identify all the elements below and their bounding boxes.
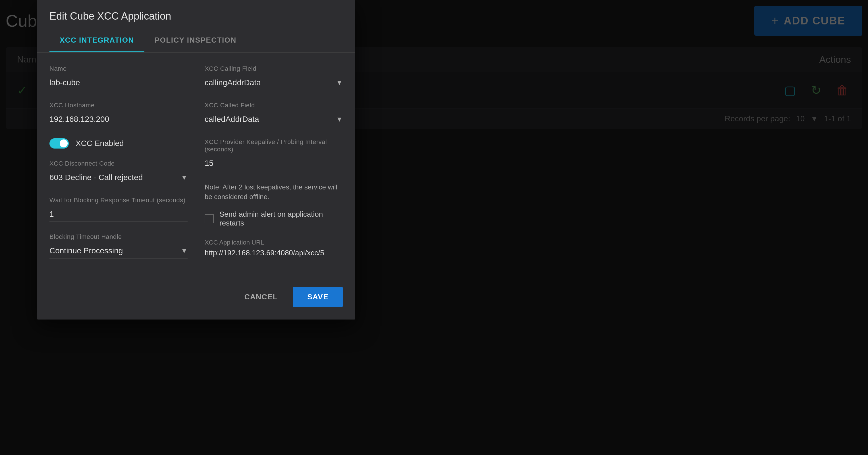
form-grid: Name XCC Hostname XCC Enabled: [50, 65, 343, 270]
edit-cube-modal: Edit Cube XCC Application XCC INTEGRATIO…: [37, 0, 355, 320]
blocking-timeout-value: Continue Processing: [50, 246, 123, 255]
modal-overlay: Edit Cube XCC Application XCC INTEGRATIO…: [0, 0, 868, 455]
xcc-calling-field: XCC Calling Field callingAddrData ▼: [205, 65, 343, 90]
xcc-app-url-section: XCC Application URL http://192.168.123.6…: [205, 239, 343, 257]
xcc-keepalive-field: XCC Provider Keepalive / Probing Interva…: [205, 138, 343, 171]
xcc-app-url-label: XCC Application URL: [205, 239, 343, 246]
dropdown-arrow-icon: ▼: [336, 115, 343, 123]
xcc-called-field: XCC Called Field calledAddrData ▼: [205, 102, 343, 127]
xcc-calling-field-label: XCC Calling Field: [205, 65, 343, 72]
tab-policy-inspection[interactable]: POLICY INSPECTION: [144, 29, 247, 52]
modal-footer: CANCEL SAVE: [37, 278, 355, 320]
modal-body: Name XCC Hostname XCC Enabled: [37, 53, 355, 278]
xcc-disconnect-code-field: XCC Disconnect Code 603 Decline - Call r…: [50, 160, 188, 185]
name-label: Name: [50, 65, 188, 72]
send-admin-alert-label: Send admin alert on application restarts: [219, 210, 343, 228]
xcc-enabled-toggle[interactable]: [50, 138, 69, 149]
modal-tabs: XCC INTEGRATION POLICY INSPECTION: [37, 29, 355, 53]
dropdown-arrow-icon: ▼: [181, 173, 188, 182]
xcc-enabled-row: XCC Enabled: [50, 138, 188, 149]
name-input[interactable]: [50, 75, 188, 90]
xcc-disconnect-code-value: 603 Decline - Call rejected: [50, 173, 143, 182]
send-admin-alert-checkbox[interactable]: [205, 214, 214, 223]
xcc-hostname-label: XCC Hostname: [50, 102, 188, 109]
xcc-called-field-label: XCC Called Field: [205, 102, 343, 109]
dropdown-arrow-icon: ▼: [181, 247, 188, 255]
send-admin-alert-row: Send admin alert on application restarts: [205, 210, 343, 228]
blocking-timeout-field: Blocking Timeout Handle Continue Process…: [50, 233, 188, 258]
xcc-calling-field-value: callingAddrData: [205, 78, 261, 87]
modal-title: Edit Cube XCC Application: [37, 0, 355, 29]
note-text: Note: After 2 lost keepalives, the servi…: [205, 182, 343, 201]
dropdown-arrow-icon: ▼: [336, 79, 343, 87]
xcc-calling-field-select[interactable]: callingAddrData ▼: [205, 75, 343, 90]
xcc-called-field-select[interactable]: calledAddrData ▼: [205, 112, 343, 127]
xcc-disconnect-code-label: XCC Disconnect Code: [50, 160, 188, 167]
wait-blocking-input[interactable]: [50, 207, 188, 222]
left-column: Name XCC Hostname XCC Enabled: [50, 65, 188, 270]
wait-blocking-field: Wait for Blocking Response Timeout (seco…: [50, 197, 188, 222]
blocking-timeout-label: Blocking Timeout Handle: [50, 233, 188, 240]
right-column: XCC Calling Field callingAddrData ▼ XCC …: [205, 65, 343, 270]
xcc-called-field-value: calledAddrData: [205, 115, 259, 124]
blocking-timeout-select[interactable]: Continue Processing ▼: [50, 243, 188, 258]
save-button[interactable]: SAVE: [293, 287, 343, 307]
xcc-app-url-value: http://192.168.123.69:4080/api/xcc/5: [205, 249, 343, 257]
xcc-disconnect-code-select[interactable]: 603 Decline - Call rejected ▼: [50, 170, 188, 185]
xcc-hostname-field: XCC Hostname: [50, 102, 188, 127]
wait-blocking-label: Wait for Blocking Response Timeout (seco…: [50, 197, 188, 204]
xcc-hostname-input[interactable]: [50, 112, 188, 127]
name-field: Name: [50, 65, 188, 90]
cancel-button[interactable]: CANCEL: [236, 287, 286, 307]
tab-xcc-integration[interactable]: XCC INTEGRATION: [50, 29, 144, 52]
xcc-keepalive-label: XCC Provider Keepalive / Probing Interva…: [205, 138, 343, 153]
xcc-enabled-label: XCC Enabled: [75, 139, 124, 148]
xcc-keepalive-input[interactable]: [205, 156, 343, 171]
